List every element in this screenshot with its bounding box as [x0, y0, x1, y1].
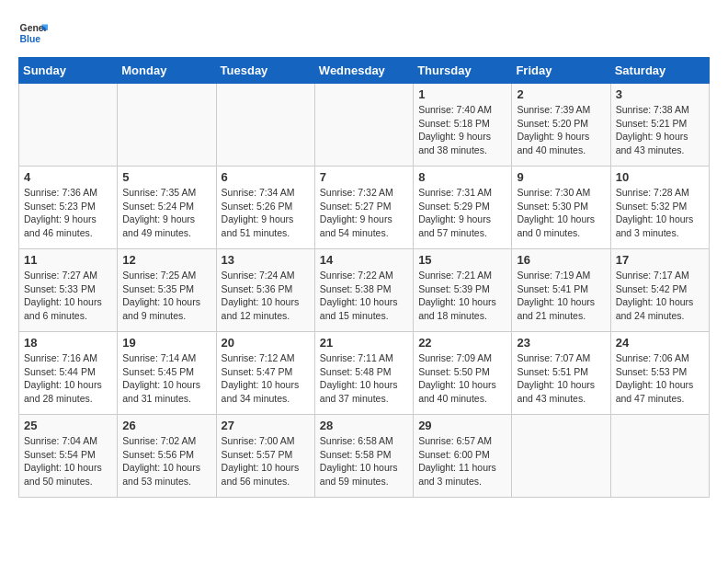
calendar-day-cell: 17Sunrise: 7:17 AM Sunset: 5:42 PM Dayli… — [610, 249, 709, 332]
calendar-day-cell: 5Sunrise: 7:35 AM Sunset: 5:24 PM Daylig… — [118, 167, 216, 249]
calendar-day-cell: 20Sunrise: 7:12 AM Sunset: 5:47 PM Dayli… — [216, 332, 314, 415]
day-info: Sunrise: 7:14 AM Sunset: 5:45 PM Dayligh… — [122, 351, 210, 406]
day-info: Sunrise: 7:34 AM Sunset: 5:26 PM Dayligh… — [222, 186, 310, 240]
day-info: Sunrise: 7:19 AM Sunset: 5:41 PM Dayligh… — [517, 269, 605, 323]
day-number: 29 — [418, 419, 506, 432]
calendar-week-row: 1Sunrise: 7:40 AM Sunset: 5:18 PM Daylig… — [19, 84, 710, 167]
calendar-week-row: 11Sunrise: 7:27 AM Sunset: 5:33 PM Dayli… — [19, 249, 710, 332]
calendar-day-cell: 6Sunrise: 7:34 AM Sunset: 5:26 PM Daylig… — [216, 167, 314, 249]
day-info: Sunrise: 7:30 AM Sunset: 5:30 PM Dayligh… — [517, 186, 605, 240]
day-number: 25 — [24, 419, 112, 432]
day-info: Sunrise: 7:40 AM Sunset: 5:18 PM Dayligh… — [418, 103, 506, 157]
calendar-day-cell: 11Sunrise: 7:27 AM Sunset: 5:33 PM Dayli… — [19, 249, 118, 332]
day-number: 14 — [320, 253, 408, 267]
day-info: Sunrise: 7:11 AM Sunset: 5:48 PM Dayligh… — [320, 351, 408, 406]
day-number: 4 — [24, 170, 112, 184]
day-info: Sunrise: 7:21 AM Sunset: 5:39 PM Dayligh… — [418, 269, 506, 323]
calendar-day-cell: 13Sunrise: 7:24 AM Sunset: 5:36 PM Dayli… — [216, 249, 314, 332]
day-number: 2 — [517, 87, 605, 101]
day-number: 21 — [320, 336, 408, 350]
day-number: 19 — [122, 336, 210, 350]
day-info: Sunrise: 7:16 AM Sunset: 5:44 PM Dayligh… — [24, 351, 112, 406]
calendar-day-cell: 15Sunrise: 7:21 AM Sunset: 5:39 PM Dayli… — [414, 249, 512, 332]
day-info: Sunrise: 6:57 AM Sunset: 6:00 PM Dayligh… — [418, 434, 506, 488]
day-info: Sunrise: 7:24 AM Sunset: 5:36 PM Dayligh… — [222, 269, 310, 323]
day-number: 5 — [122, 170, 210, 184]
svg-text:Blue: Blue — [20, 34, 41, 44]
day-info: Sunrise: 7:17 AM Sunset: 5:42 PM Dayligh… — [616, 269, 704, 323]
day-info: Sunrise: 7:27 AM Sunset: 5:33 PM Dayligh… — [24, 269, 112, 323]
calendar-day-cell: 23Sunrise: 7:07 AM Sunset: 5:51 PM Dayli… — [512, 332, 610, 415]
day-number: 15 — [418, 253, 506, 267]
calendar-week-row: 18Sunrise: 7:16 AM Sunset: 5:44 PM Dayli… — [19, 332, 710, 415]
calendar-day-cell: 22Sunrise: 7:09 AM Sunset: 5:50 PM Dayli… — [414, 332, 512, 415]
day-info: Sunrise: 7:09 AM Sunset: 5:50 PM Dayligh… — [418, 351, 506, 406]
calendar-day-cell: 19Sunrise: 7:14 AM Sunset: 5:45 PM Dayli… — [118, 332, 216, 415]
day-number: 12 — [122, 253, 210, 267]
day-info: Sunrise: 7:04 AM Sunset: 5:54 PM Dayligh… — [24, 434, 112, 488]
calendar-day-cell: 27Sunrise: 7:00 AM Sunset: 5:57 PM Dayli… — [216, 415, 314, 498]
calendar-day-cell: 14Sunrise: 7:22 AM Sunset: 5:38 PM Dayli… — [314, 249, 413, 332]
calendar-day-cell: 1Sunrise: 7:40 AM Sunset: 5:18 PM Daylig… — [414, 84, 512, 167]
calendar-day-cell: 3Sunrise: 7:38 AM Sunset: 5:21 PM Daylig… — [610, 84, 709, 167]
day-number: 17 — [616, 253, 704, 267]
calendar-day-cell: 25Sunrise: 7:04 AM Sunset: 5:54 PM Dayli… — [19, 415, 118, 498]
calendar-day-cell: 21Sunrise: 7:11 AM Sunset: 5:48 PM Dayli… — [314, 332, 413, 415]
day-info: Sunrise: 7:38 AM Sunset: 5:21 PM Dayligh… — [616, 103, 704, 157]
weekday-header-cell: Monday — [118, 58, 216, 84]
day-number: 24 — [616, 336, 704, 350]
day-number: 8 — [418, 170, 506, 184]
weekday-header-cell: Thursday — [414, 58, 512, 84]
day-info: Sunrise: 7:02 AM Sunset: 5:56 PM Dayligh… — [122, 434, 210, 488]
day-number: 16 — [517, 253, 605, 267]
day-info: Sunrise: 7:07 AM Sunset: 5:51 PM Dayligh… — [517, 351, 605, 406]
calendar-day-cell — [118, 84, 216, 167]
calendar-day-cell: 24Sunrise: 7:06 AM Sunset: 5:53 PM Dayli… — [610, 332, 709, 415]
day-number: 18 — [24, 336, 112, 350]
day-info: Sunrise: 7:00 AM Sunset: 5:57 PM Dayligh… — [222, 434, 310, 488]
day-info: Sunrise: 7:39 AM Sunset: 5:20 PM Dayligh… — [517, 103, 605, 157]
day-number: 3 — [616, 87, 704, 101]
day-number: 10 — [616, 170, 704, 184]
weekday-header-cell: Tuesday — [216, 58, 314, 84]
day-number: 13 — [222, 253, 310, 267]
calendar-day-cell: 7Sunrise: 7:32 AM Sunset: 5:27 PM Daylig… — [314, 167, 413, 249]
day-info: Sunrise: 7:36 AM Sunset: 5:23 PM Dayligh… — [24, 186, 112, 240]
calendar-week-row: 4Sunrise: 7:36 AM Sunset: 5:23 PM Daylig… — [19, 167, 710, 249]
day-number: 11 — [24, 253, 112, 267]
calendar-table: SundayMondayTuesdayWednesdayThursdayFrid… — [18, 57, 710, 498]
weekday-header-cell: Saturday — [610, 58, 709, 84]
day-info: Sunrise: 7:06 AM Sunset: 5:53 PM Dayligh… — [616, 351, 704, 406]
day-number: 9 — [517, 170, 605, 184]
page-header: General Blue — [18, 18, 710, 48]
calendar-day-cell: 10Sunrise: 7:28 AM Sunset: 5:32 PM Dayli… — [610, 167, 709, 249]
calendar-day-cell: 29Sunrise: 6:57 AM Sunset: 6:00 PM Dayli… — [414, 415, 512, 498]
calendar-week-row: 25Sunrise: 7:04 AM Sunset: 5:54 PM Dayli… — [19, 415, 710, 498]
weekday-header-cell: Wednesday — [314, 58, 413, 84]
day-number: 27 — [222, 419, 310, 432]
calendar-day-cell: 26Sunrise: 7:02 AM Sunset: 5:56 PM Dayli… — [118, 415, 216, 498]
weekday-header-row: SundayMondayTuesdayWednesdayThursdayFrid… — [19, 58, 710, 84]
calendar-day-cell: 28Sunrise: 6:58 AM Sunset: 5:58 PM Dayli… — [314, 415, 413, 498]
day-number: 23 — [517, 336, 605, 350]
calendar-day-cell — [610, 415, 709, 498]
day-info: Sunrise: 7:28 AM Sunset: 5:32 PM Dayligh… — [616, 186, 704, 240]
day-info: Sunrise: 7:25 AM Sunset: 5:35 PM Dayligh… — [122, 269, 210, 323]
day-info: Sunrise: 7:35 AM Sunset: 5:24 PM Dayligh… — [122, 186, 210, 240]
calendar-day-cell: 8Sunrise: 7:31 AM Sunset: 5:29 PM Daylig… — [414, 167, 512, 249]
weekday-header-cell: Friday — [512, 58, 610, 84]
day-number: 6 — [222, 170, 310, 184]
day-info: Sunrise: 7:31 AM Sunset: 5:29 PM Dayligh… — [418, 186, 506, 240]
day-number: 1 — [418, 87, 506, 101]
day-number: 7 — [320, 170, 408, 184]
day-info: Sunrise: 7:12 AM Sunset: 5:47 PM Dayligh… — [222, 351, 310, 406]
logo-icon: General Blue — [18, 18, 48, 48]
calendar-day-cell — [314, 84, 413, 167]
calendar-day-cell: 12Sunrise: 7:25 AM Sunset: 5:35 PM Dayli… — [118, 249, 216, 332]
calendar-day-cell: 9Sunrise: 7:30 AM Sunset: 5:30 PM Daylig… — [512, 167, 610, 249]
calendar-day-cell — [512, 415, 610, 498]
calendar-day-cell: 2Sunrise: 7:39 AM Sunset: 5:20 PM Daylig… — [512, 84, 610, 167]
calendar-day-cell: 18Sunrise: 7:16 AM Sunset: 5:44 PM Dayli… — [19, 332, 118, 415]
day-info: Sunrise: 7:22 AM Sunset: 5:38 PM Dayligh… — [320, 269, 408, 323]
weekday-header-cell: Sunday — [19, 58, 118, 84]
